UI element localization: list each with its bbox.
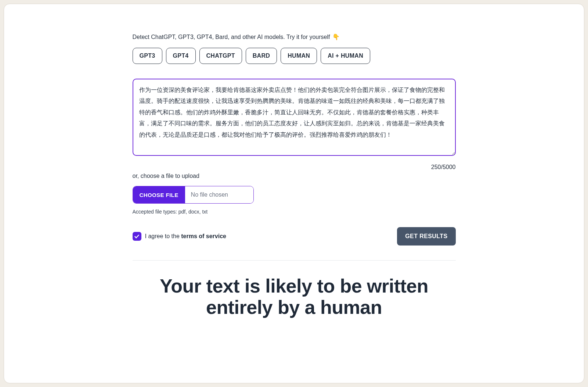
pill-gpt4[interactable]: GPT4 (166, 48, 196, 64)
upload-label: or, choose a file to upload (133, 173, 456, 179)
pill-bard[interactable]: BARD (246, 48, 277, 64)
file-name-display: No file chosen (185, 186, 253, 203)
choose-file-button[interactable]: CHOOSE FILE (133, 186, 185, 203)
result-heading: Your text is likely to be written entire… (133, 275, 456, 318)
point-down-icon: 👇 (332, 34, 340, 40)
app-window: Detect ChatGPT, GPT3, GPT4, Bard, and ot… (4, 4, 584, 383)
pill-gpt3[interactable]: GPT3 (133, 48, 162, 64)
char-counter: 250/5000 (133, 164, 456, 171)
main-content: Detect ChatGPT, GPT3, GPT4, Bard, and ot… (125, 4, 463, 340)
tos-link[interactable]: terms of service (181, 233, 226, 239)
text-input[interactable] (133, 79, 456, 156)
pill-chatgpt[interactable]: CHATGPT (199, 48, 242, 64)
action-row: I agree to the terms of service GET RESU… (133, 227, 456, 246)
get-results-button[interactable]: GET RESULTS (397, 227, 455, 246)
pill-human[interactable]: HUMAN (281, 48, 317, 64)
file-upload-row: CHOOSE FILE No file chosen (133, 186, 254, 204)
agree-prefix: I agree to the (145, 233, 181, 239)
tagline: Detect ChatGPT, GPT3, GPT4, Bard, and ot… (133, 33, 456, 40)
divider (133, 260, 456, 261)
tos-checkbox[interactable] (133, 232, 141, 241)
accepted-file-types: Accepted file types: pdf, docx, txt (133, 209, 456, 215)
agree-row: I agree to the terms of service (133, 232, 226, 241)
model-pill-row: GPT3 GPT4 CHATGPT BARD HUMAN AI + HUMAN (133, 48, 456, 64)
pill-ai-human[interactable]: AI + HUMAN (321, 48, 370, 64)
check-icon (134, 234, 140, 239)
agree-text: I agree to the terms of service (145, 233, 226, 240)
tagline-text: Detect ChatGPT, GPT3, GPT4, Bard, and ot… (133, 34, 332, 40)
